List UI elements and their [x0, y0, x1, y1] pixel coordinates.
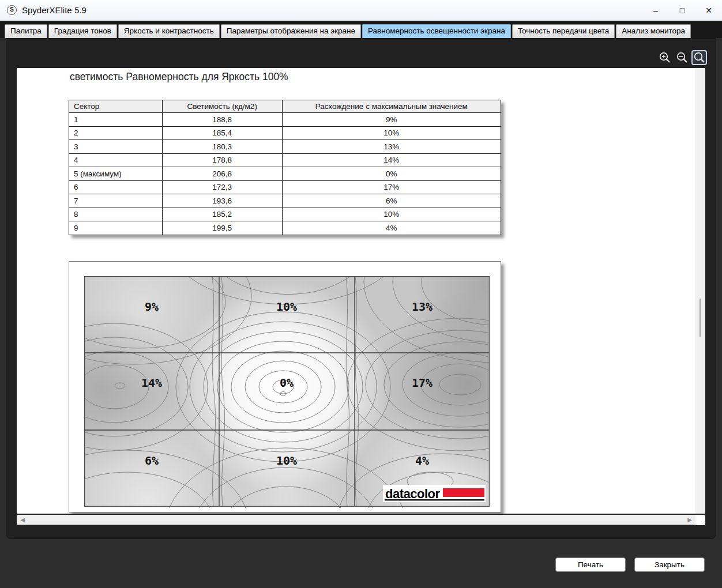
- zoom-toolbar: [657, 50, 707, 65]
- vertical-scrollbar-thumb[interactable]: [700, 299, 701, 337]
- table-cell: 4: [69, 153, 163, 167]
- app-icon: S: [7, 5, 17, 15]
- table-cell: 14%: [282, 153, 501, 167]
- table-header-cell: Сектор: [69, 100, 163, 113]
- table-row: 6172,317%: [69, 180, 501, 194]
- contour-label: 13%: [412, 300, 433, 314]
- table-cell: 206,8: [162, 167, 282, 181]
- tab-bar: ПалитраГрадация тоновЯркость и контрастн…: [0, 21, 722, 38]
- print-button[interactable]: Печать: [555, 557, 626, 572]
- tab-7[interactable]: Анализ монитора: [616, 24, 691, 38]
- table-row: 5 (максимум)206,80%: [69, 167, 501, 181]
- table-cell: 9%: [282, 113, 501, 127]
- table-cell: 2: [69, 126, 163, 140]
- table-header-cell: Расхождение с максимальным значением: [282, 100, 501, 113]
- tab-4[interactable]: Параметры отображения на экране: [221, 24, 361, 38]
- tab-5[interactable]: Равномерность освещенности экрана: [362, 24, 511, 38]
- contour-label: 4%: [415, 454, 429, 468]
- table-cell: 188,8: [162, 113, 282, 127]
- page-title: светимость Равномерность для Яркость 100…: [70, 71, 288, 83]
- table-header-cell: Светимость (кд/м2): [162, 100, 282, 113]
- scroll-right-icon[interactable]: ▶: [685, 515, 694, 525]
- table-cell: 4%: [282, 221, 501, 235]
- close-dialog-button[interactable]: Закрыть: [634, 557, 705, 572]
- table-row: 3180,313%: [69, 140, 501, 154]
- window-title: SpyderXElite 5.9: [22, 5, 87, 15]
- horizontal-scrollbar[interactable]: ◀ ▶: [17, 515, 695, 525]
- vertical-scrollbar[interactable]: [695, 68, 705, 514]
- datacolor-logo-redbar: [443, 488, 484, 497]
- tab-2[interactable]: Градация тонов: [48, 24, 117, 38]
- window-controls: – □ ✕: [642, 0, 722, 21]
- datacolor-logo-text: datacolor: [385, 487, 440, 501]
- zoom-in-icon: [659, 51, 671, 64]
- window-titlebar: S SpyderXElite 5.9 – □ ✕: [0, 0, 722, 21]
- zoom-out-button[interactable]: [674, 50, 690, 65]
- table-cell: 13%: [282, 140, 501, 154]
- table-header-row: СекторСветимость (кд/м2)Расхождение с ма…: [69, 100, 501, 113]
- table-cell: 185,4: [162, 126, 282, 140]
- table-body: 1188,89%2185,410%3180,313%4178,814%5 (ма…: [69, 113, 501, 235]
- table-cell: 6%: [282, 194, 501, 208]
- table-row: 1188,89%: [69, 113, 501, 127]
- table-row: 9199,54%: [69, 221, 501, 235]
- contour-label: 14%: [141, 376, 162, 390]
- zoom-fit-button[interactable]: [691, 50, 707, 65]
- table-cell: 193,6: [162, 194, 282, 208]
- table-cell: 6: [69, 180, 163, 194]
- scroll-left-icon[interactable]: ◀: [18, 515, 27, 525]
- contour-label: 10%: [276, 300, 297, 314]
- table-cell: 0%: [282, 167, 501, 181]
- contour-label: 6%: [145, 454, 159, 468]
- table-cell: 172,3: [162, 180, 282, 194]
- table-cell: 17%: [282, 180, 501, 194]
- table-cell: 180,3: [162, 140, 282, 154]
- table-cell: 5 (максимум): [69, 167, 163, 181]
- zoom-in-button[interactable]: [657, 50, 672, 65]
- table-cell: 185,2: [162, 208, 282, 221]
- uniformity-contour-figure: datacolor 9%10%13%14%0%17%6%10%4%: [69, 261, 501, 512]
- table-cell: 10%: [282, 208, 501, 221]
- datacolor-logo: datacolor: [383, 485, 486, 502]
- table-cell: 3: [69, 140, 163, 154]
- scrollbar-corner: [695, 515, 705, 525]
- table-cell: 178,8: [162, 153, 282, 167]
- table-cell: 1: [69, 113, 163, 127]
- tab-3[interactable]: Яркость и контрастность: [118, 24, 220, 38]
- table-row: 7193,66%: [69, 194, 501, 208]
- contour-label: 17%: [412, 376, 433, 390]
- table-row: 2185,410%: [69, 126, 501, 140]
- tab-6[interactable]: Точность передачи цвета: [512, 24, 615, 38]
- tab-1[interactable]: Палитра: [5, 24, 47, 38]
- close-button[interactable]: ✕: [695, 0, 722, 21]
- table-cell: 7: [69, 194, 163, 208]
- contour-label: 9%: [145, 300, 159, 314]
- maximize-button[interactable]: □: [669, 0, 695, 21]
- report-page: светимость Равномерность для Яркость 100…: [17, 68, 695, 514]
- minimize-button[interactable]: –: [642, 0, 669, 21]
- table-row: 4178,814%: [69, 153, 501, 167]
- table-cell: 8: [69, 208, 163, 221]
- uniformity-table: СекторСветимость (кд/м2)Расхождение с ма…: [69, 100, 501, 235]
- table-cell: 199,5: [162, 221, 282, 235]
- zoom-fit-icon: [693, 51, 706, 64]
- table-cell: 10%: [282, 126, 501, 140]
- zoom-out-icon: [676, 51, 689, 64]
- table-cell: 9: [69, 221, 163, 235]
- contour-label: 0%: [280, 376, 294, 390]
- contour-svg: datacolor 9%10%13%14%0%17%6%10%4%: [84, 276, 490, 508]
- report-panel: светимость Равномерность для Яркость 100…: [6, 38, 716, 539]
- table-row: 8185,210%: [69, 208, 501, 221]
- contour-label: 10%: [276, 454, 297, 468]
